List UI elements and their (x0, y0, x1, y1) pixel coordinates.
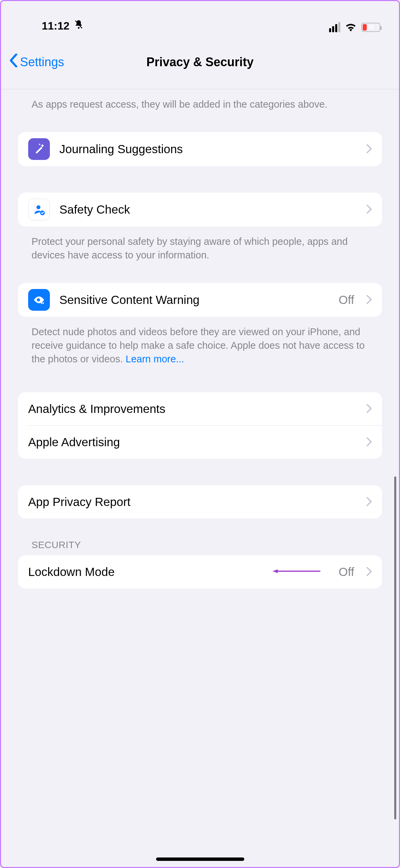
top-footer-text: As apps request access, they will be add… (18, 89, 382, 111)
learn-more-link[interactable]: Learn more... (126, 354, 184, 364)
sensitive-content-footer: Detect nude photos and videos before the… (18, 317, 382, 366)
home-indicator[interactable] (156, 857, 244, 861)
status-bar: 11:12 16 (1, 1, 399, 35)
scroll-indicator[interactable] (394, 476, 396, 819)
group-lockdown: Lockdown Mode Off (18, 555, 382, 589)
row-apple-advertising[interactable]: Apple Advertising (18, 426, 382, 459)
chevron-right-icon (366, 142, 372, 156)
group-journaling: Journaling Suggestions (18, 132, 382, 166)
chevron-left-icon (9, 54, 18, 71)
row-journaling-suggestions[interactable]: Journaling Suggestions (18, 132, 382, 166)
svg-rect-4 (42, 302, 43, 303)
svg-point-3 (37, 298, 40, 301)
cellular-signal-icon (329, 22, 340, 32)
row-sensitive-content-warning[interactable]: Sensitive Content Warning Off (18, 283, 382, 317)
chevron-right-icon (366, 565, 372, 579)
status-time: 11:12 (42, 20, 70, 32)
row-value: Off (339, 293, 354, 307)
bell-slash-icon (74, 19, 84, 32)
group-safety-check: Safety Check (18, 193, 382, 227)
footer-text-span: Detect nude photos and videos before the… (32, 326, 365, 364)
chevron-right-icon (366, 202, 372, 217)
wifi-icon (345, 23, 357, 32)
chevron-right-icon (366, 495, 372, 509)
row-app-privacy-report[interactable]: App Privacy Report (18, 485, 382, 519)
row-lockdown-mode[interactable]: Lockdown Mode Off (18, 555, 382, 589)
section-header-security: SECURITY (18, 519, 382, 555)
row-label: Lockdown Mode (28, 565, 329, 579)
content-area: As apps request access, they will be add… (1, 89, 399, 589)
row-label: Apple Advertising (28, 435, 357, 449)
status-right: 16 (329, 22, 380, 32)
battery-icon: 16 (361, 23, 380, 32)
row-safety-check[interactable]: Safety Check (18, 193, 382, 227)
row-analytics-improvements[interactable]: Analytics & Improvements (18, 392, 382, 426)
row-label: Safety Check (59, 203, 357, 216)
chevron-right-icon (366, 435, 372, 449)
svg-point-1 (37, 205, 41, 210)
svg-point-5 (42, 303, 43, 304)
group-sensitive-content: Sensitive Content Warning Off (18, 283, 382, 317)
person-shield-icon (28, 199, 50, 220)
navigation-bar: Settings Privacy & Security (1, 35, 399, 89)
chevron-right-icon (366, 293, 372, 307)
status-left: 11:12 (42, 19, 84, 32)
battery-percentage: 16 (362, 24, 380, 30)
back-label: Settings (20, 55, 64, 69)
row-label: Journaling Suggestions (59, 142, 357, 156)
row-label: App Privacy Report (28, 495, 357, 509)
back-button[interactable]: Settings (1, 54, 64, 71)
eye-warning-icon (28, 289, 50, 311)
wand-sparkle-icon (28, 138, 50, 160)
row-label: Analytics & Improvements (28, 402, 357, 416)
chevron-right-icon (366, 402, 372, 416)
group-analytics-advertising: Analytics & Improvements Apple Advertisi… (18, 392, 382, 459)
row-label: Sensitive Content Warning (59, 293, 329, 307)
safety-check-footer: Protect your personal safety by staying … (18, 227, 382, 262)
svg-point-0 (78, 27, 79, 29)
group-privacy-report: App Privacy Report (18, 485, 382, 519)
row-value: Off (339, 565, 354, 579)
